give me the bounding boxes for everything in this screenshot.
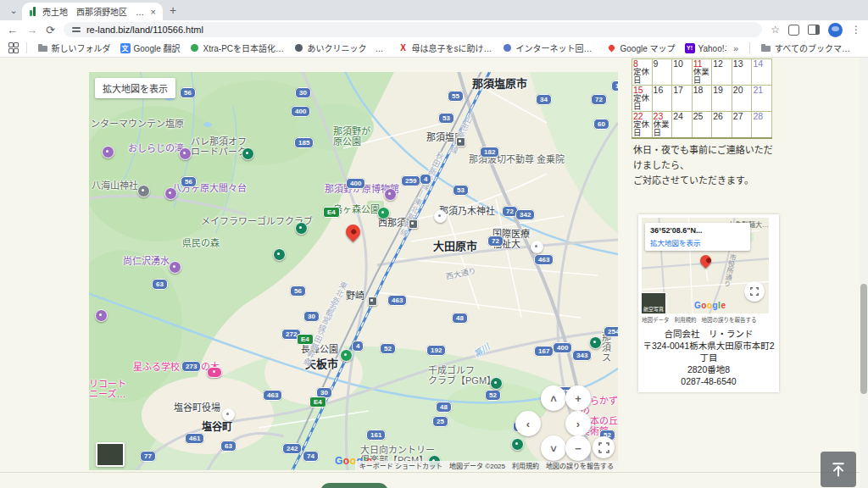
bookmark-item[interactable]: インターネット回線スピ... [499, 42, 601, 54]
report-error-link[interactable]: 地図の誤りを報告する [546, 461, 614, 470]
dot-icon [503, 43, 513, 53]
station-poi-icon[interactable] [368, 297, 377, 306]
zoom-out-button[interactable]: − [565, 435, 591, 461]
terms-link[interactable]: 利用規約 [512, 461, 539, 470]
bookmark-item[interactable]: Google マップ [604, 42, 679, 54]
new-tab-button[interactable]: + [163, 0, 183, 20]
bookmark-star-icon[interactable]: ☆ [771, 24, 780, 36]
map-label: 千成ゴルフ クラブ【PGM】 [428, 365, 496, 385]
route-shield: E4 [309, 396, 326, 408]
satellite-view-toggle[interactable] [96, 442, 125, 467]
recenter-crosshair-button[interactable] [593, 436, 615, 458]
calendar-cell: 17 [672, 86, 693, 112]
url-text[interactable]: re-land.biz/land/110566.html [86, 25, 203, 35]
satellite-view-toggle[interactable]: 航空写真 [642, 292, 666, 313]
back-icon[interactable]: ← [7, 25, 18, 36]
recenter-crosshair-button[interactable] [744, 281, 765, 302]
bookmark-item[interactable]: あいクリニック 泌尿... [291, 42, 392, 54]
profile-avatar[interactable] [828, 23, 843, 37]
map-label: 八海山神社 [92, 180, 138, 191]
gray-poi-icon[interactable] [137, 185, 150, 197]
calendar-cell: 18 [692, 86, 712, 112]
arrow-to-top-icon [830, 461, 847, 478]
map-label: 塩谷町 [202, 422, 232, 432]
business-calendar: 8定休日91011休業日12131415定休日16171819202122定休日… [632, 58, 772, 139]
map-label: 野崎 [346, 291, 364, 301]
purple-poi-icon[interactable] [179, 147, 192, 160]
bookmark-item[interactable]: Y!Yahoo!ニュース [682, 42, 726, 54]
calendar-cell: 16 [652, 86, 672, 112]
bookmarks-overflow-icon[interactable]: » [730, 43, 742, 53]
calendar-cell: 11休業日 [692, 59, 712, 86]
white-poi-icon[interactable] [222, 408, 235, 421]
bookmark-item[interactable]: X母は息子をsに助けま... [395, 42, 497, 54]
pan-up-button[interactable]: ˄ [541, 385, 566, 411]
cta-button-partial[interactable] [320, 483, 388, 488]
bookmark-item[interactable]: 新しいフォルダ [35, 42, 114, 54]
scrollbar[interactable] [860, 58, 868, 488]
bookmark-label: Xtra-PCを日本語化し... [203, 42, 285, 54]
main-map[interactable]: ンターマウンテン塩原おしらじの滝バレ那須オフ ロードパーク八海山神社八方ヶ原大間… [89, 72, 618, 470]
zoom-in-button[interactable]: + [565, 385, 591, 411]
tree-poi-icon[interactable] [377, 207, 390, 219]
expand-map-link[interactable]: 拡大地図を表示 [650, 237, 745, 247]
route-shield: 185 [294, 137, 314, 148]
chevron-down-icon[interactable]: ⌄ [5, 2, 22, 19]
tree-poi-icon[interactable] [340, 349, 353, 362]
map-label: おしらじの滝 [128, 143, 184, 153]
green-poi-icon[interactable] [242, 147, 254, 160]
extensions-icon[interactable] [788, 25, 799, 36]
white-poi-icon[interactable] [434, 210, 447, 223]
scrollbar-thumb[interactable] [860, 284, 867, 394]
calendar-cell: 10 [672, 59, 693, 86]
route-shield: 63 [152, 279, 168, 290]
browser-tab[interactable]: 売土地 西那須野地区 三区町 × [22, 3, 163, 20]
golf-poi-icon[interactable] [295, 222, 308, 235]
station-poi-icon[interactable] [456, 137, 465, 147]
menu-kebab-icon[interactable]: ⋮ [851, 24, 861, 36]
bookmark-item[interactable]: Xtra-PCを日本語化し... [186, 42, 288, 54]
tab-close-icon[interactable]: × [151, 7, 156, 17]
bookmark-item[interactable]: 文Google 翻訳 [117, 42, 184, 54]
site-settings-icon[interactable] [72, 26, 81, 33]
all-bookmarks-button[interactable]: すべてのブックマーク [758, 42, 860, 54]
pan-left-button[interactable]: ‹ [515, 411, 541, 436]
golf-poi-icon[interactable] [273, 248, 286, 261]
route-shield: E4 [323, 207, 340, 218]
golf-poi-icon[interactable] [511, 438, 524, 451]
purple-poi-icon[interactable] [164, 187, 177, 200]
bookmark-label: Google 翻訳 [134, 42, 181, 54]
station-poi-icon[interactable] [409, 219, 418, 229]
reload-icon[interactable]: ⟳ [46, 25, 55, 36]
scroll-to-top-button[interactable] [821, 452, 856, 487]
mini-map[interactable]: 丸亀製麺大… 市役所通り 36°52'08.6"N... 拡大地図を表示 航空写… [642, 218, 769, 313]
side-panel-icon[interactable] [808, 25, 820, 35]
map-label: 大田原市 [433, 241, 477, 252]
route-shield: 192 [426, 345, 446, 356]
expand-map-button[interactable]: 拡大地図を表示 [95, 78, 175, 98]
purple-poi-icon[interactable] [95, 309, 108, 322]
calendar-cell: 20 [732, 86, 752, 112]
calendar-cell: 8定休日 [632, 59, 653, 86]
pan-right-button[interactable]: › [565, 411, 591, 436]
green-poi-icon[interactable] [589, 336, 602, 349]
keyboard-shortcuts-link[interactable]: キーボード ショートカット [359, 461, 442, 470]
route-shield: 34 [536, 94, 552, 105]
white-poi-icon[interactable] [531, 241, 543, 253]
pink-poi-icon[interactable] [207, 367, 222, 378]
route-shield: 25 [432, 416, 448, 427]
route-shield: 77 [140, 451, 156, 462]
map-attribution: キーボード ショートカット 地図データ ©2025 利用規約 地図の誤りを報告す… [355, 461, 618, 470]
x-icon: X [398, 43, 409, 53]
map-label: 尚仁沢湧水 [123, 256, 170, 266]
address-bar[interactable]: re-land.biz/land/110566.html [64, 22, 762, 37]
forward-icon[interactable]: → [26, 25, 37, 36]
apps-grid-icon[interactable] [8, 42, 17, 54]
bookmark-label: インターネット回線スピ... [516, 42, 598, 54]
purple-poi-icon[interactable] [169, 261, 181, 274]
purple-poi-icon[interactable] [102, 146, 114, 158]
pin-icon [607, 43, 617, 53]
purple-poi-icon[interactable] [384, 188, 397, 201]
pan-down-button[interactable]: ˅ [541, 435, 566, 461]
golf-poi-icon[interactable] [490, 377, 503, 390]
